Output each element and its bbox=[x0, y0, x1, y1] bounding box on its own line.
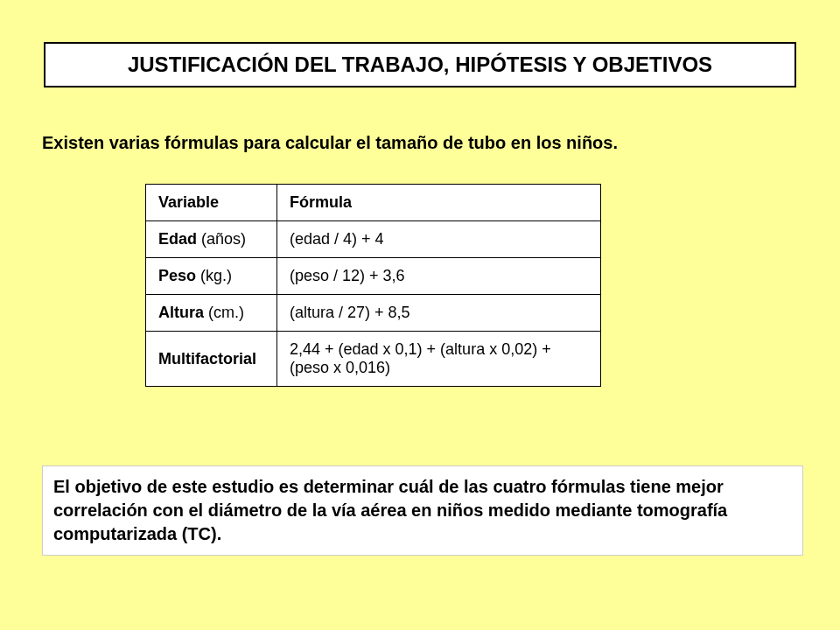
table-row: Altura (cm.) (altura / 27) + 8,5 bbox=[146, 295, 601, 332]
variable-label: Altura bbox=[158, 304, 204, 321]
variable-unit: (cm.) bbox=[204, 304, 244, 321]
formula-cell: (edad / 4) + 4 bbox=[277, 221, 601, 258]
header-formula: Fórmula bbox=[277, 185, 601, 221]
formula-cell: (peso / 12) + 3,6 bbox=[277, 258, 601, 295]
variable-cell: Peso (kg.) bbox=[146, 258, 277, 295]
formula-table: Variable Fórmula Edad (años) (edad / 4) … bbox=[145, 184, 601, 387]
table-row: Edad (años) (edad / 4) + 4 bbox=[146, 221, 601, 258]
variable-label: Peso bbox=[158, 267, 196, 284]
page-title: JUSTIFICACIÓN DEL TRABAJO, HIPÓTESIS Y O… bbox=[128, 52, 712, 76]
title-box: JUSTIFICACIÓN DEL TRABAJO, HIPÓTESIS Y O… bbox=[44, 42, 796, 88]
variable-cell: Edad (años) bbox=[146, 221, 277, 258]
variable-unit: (kg.) bbox=[196, 267, 232, 284]
table-row: Peso (kg.) (peso / 12) + 3,6 bbox=[146, 258, 601, 295]
variable-label: Multifactorial bbox=[158, 350, 256, 368]
header-variable: Variable bbox=[146, 185, 277, 221]
objective-box: El objetivo de este estudio es determina… bbox=[42, 466, 803, 556]
variable-label: Edad bbox=[158, 230, 197, 248]
variable-cell: Multifactorial bbox=[146, 332, 277, 387]
table-header-row: Variable Fórmula bbox=[146, 185, 601, 221]
formula-cell: (altura / 27) + 8,5 bbox=[277, 295, 601, 332]
table-row: Multifactorial 2,44 + (edad x 0,1) + (al… bbox=[146, 332, 601, 387]
formula-cell: 2,44 + (edad x 0,1) + (altura x 0,02) + … bbox=[277, 332, 601, 387]
objective-text: El objetivo de este estudio es determina… bbox=[53, 477, 727, 543]
variable-cell: Altura (cm.) bbox=[146, 295, 277, 332]
intro-text: Existen varias fórmulas para calcular el… bbox=[42, 133, 618, 153]
variable-unit: (años) bbox=[197, 230, 246, 248]
